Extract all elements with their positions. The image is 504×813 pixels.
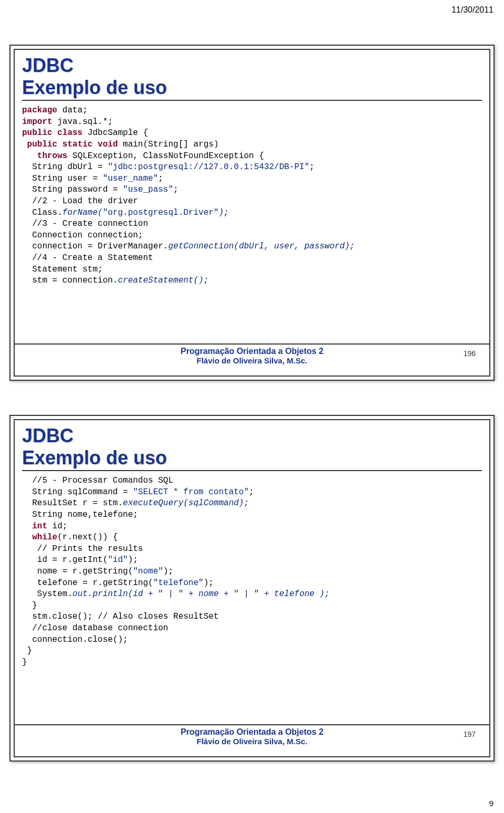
footer: Programação Orientada a Objetos 2 Flávio… [15,343,489,366]
code-text: ; [158,174,163,183]
code-it: forName( [62,208,103,217]
code-str: "use_pass" [123,185,173,194]
code-text: } [22,601,37,610]
code-text: ResultSet r = stm. [22,498,123,508]
slide-1: JDBC Exemplo de uso package data; import… [9,45,495,381]
footer-text: Programação Orientada a Objetos 2 Flávio… [15,345,489,366]
inner-frame: JDBC Exemplo de uso package data; import… [14,49,490,377]
slide-title-1: JDBC [22,55,482,76]
code-kw: int [22,522,47,531]
code-text: String nome,telefone; [22,510,138,519]
code-kw: public static void [22,140,123,149]
code-str: "org.postgresql.Driver" [103,208,219,217]
code-text: Class. [22,208,62,217]
code-block: package data; import java.sql.*; public … [22,105,482,287]
footer-line2: Flávio de Oliveira Silva, M.Sc. [15,737,489,746]
code-comment: //5 - Processar Comandos SQL [22,476,173,485]
code-text: stm = connection. [22,276,118,285]
page-date: 11/30/2011 [452,5,494,15]
code-text: Connection connection; [22,231,143,240]
slide-content: JDBC Exemplo de uso package data; import… [15,50,489,292]
footer-line1: Programação Orientada a Objetos 2 [15,727,489,737]
code-comment: //3 - Create connection [22,219,148,228]
code-it: out [72,589,88,599]
code-text: stm.close(); // Also closes ResultSet [22,612,218,621]
page-number: 9 [489,799,494,808]
footer-line1: Programação Orientada a Objetos 2 [15,347,489,356]
inner-frame: JDBC Exemplo de uso //5 - Processar Coma… [14,419,490,757]
code-text: ); [163,567,173,576]
code-text: connection = DriverManager. [22,242,168,251]
footer-line2: Flávio de Oliveira Silva, M.Sc. [15,356,489,365]
code-kw: import [22,117,52,127]
code-text: connection.close(); [22,635,128,644]
code-text: String user = [22,174,103,183]
title-rule [22,470,482,471]
footer-text: Programação Orientada a Objetos 2 Flávio… [15,725,489,747]
code-text: id; [47,522,67,531]
code-text: id = r.getInt( [22,555,108,565]
code-comment: //close database connection [22,623,168,633]
code-it: getConnection(dbUrl, user, password); [168,242,354,251]
slide-title-2: Exemplo de uso [22,447,482,468]
title-rule [22,100,482,101]
footer: Programação Orientada a Objetos 2 Flávio… [15,724,489,747]
code-comment: // Prints the results [22,544,143,554]
code-str: "telefone" [153,578,204,588]
code-text: ; [309,162,314,172]
code-kw: package [22,106,57,115]
code-str: " | " [234,589,259,599]
code-it: createStatement(); [118,276,208,285]
code-text: } [22,658,27,667]
code-text: data; [57,106,88,115]
code-kw: throws [22,151,72,161]
code-text: SQLException, ClassNotFoundException { [72,151,264,161]
code-str: "user_name" [103,174,159,183]
code-text: ); [128,555,138,565]
code-str: "jdbc:postgresql://127.0.0.1:5432/DB-PI" [108,162,309,172]
code-text: String password = [22,185,123,194]
slide-content: JDBC Exemplo de uso //5 - Processar Coma… [15,420,489,673]
code-text: Statement stm; [22,265,103,274]
code-it: .println(id + [88,589,158,599]
code-text: String dbUrl = [22,162,108,172]
code-text: } [22,646,32,655]
code-str: " | " [158,589,183,599]
code-text: (r.next()) { [57,533,118,542]
code-block: //5 - Processar Comandos SQL String sqlC… [22,475,482,668]
code-kw: while [22,533,57,542]
code-text: String sqlCommand = [22,487,133,497]
code-it: + nome + [183,589,234,599]
code-text: nome = r.getString( [22,567,133,576]
slide-2: JDBC Exemplo de uso //5 - Processar Coma… [9,415,495,762]
code-comment: //4 - Create a Statement [22,253,153,263]
code-it: executeQuery(sqlCommand); [123,498,249,508]
code-comment: //2 - Load the driver [22,196,138,206]
code-str: "nome" [133,567,163,576]
code-kw: public class [22,128,88,138]
outer-frame: JDBC Exemplo de uso //5 - Processar Coma… [9,415,495,762]
code-text: java.sql.*; [52,117,113,127]
code-text: ; [173,185,178,194]
slide-title-1: JDBC [22,425,482,446]
code-text: ; [249,487,254,497]
code-str: "SELECT * from contato" [133,487,249,497]
code-text: { [138,128,148,138]
slide-title-2: Exemplo de uso [22,77,482,98]
code-text: telefone = r.getString( [22,578,153,588]
code-text: ); [204,578,214,588]
code-text: main(String[] args) [123,140,218,149]
outer-frame: JDBC Exemplo de uso package data; import… [9,45,495,381]
code-text: JdbcSample [88,128,138,138]
code-str: "id" [108,555,128,565]
code-it: + telefone ); [259,589,329,599]
code-text: System. [22,589,72,599]
code-it: ); [218,208,228,217]
